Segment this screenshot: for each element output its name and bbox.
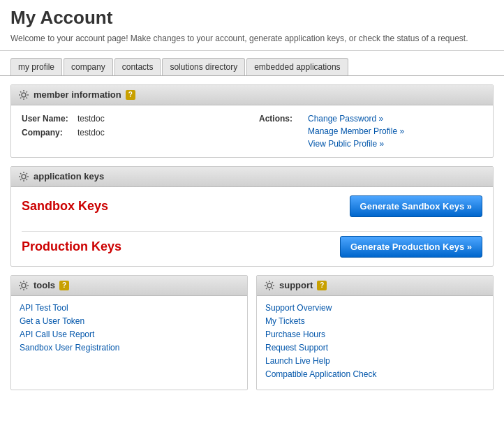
action-link-view-public-profile[interactable]: View Public Profile » — [308, 139, 404, 149]
username-row: User Name: testdoc — [22, 114, 245, 124]
tab-my-profile[interactable]: my profile — [10, 58, 62, 75]
app-keys-gear-icon — [18, 171, 29, 182]
member-info-title: member information — [34, 89, 121, 100]
support-link-support-overview[interactable]: Support Overview — [265, 303, 484, 313]
support-title: support — [279, 280, 313, 290]
member-info-body: User Name: testdoc Company: testdoc Acti… — [11, 105, 493, 157]
svg-point-1 — [22, 175, 26, 179]
username-value: testdoc — [77, 114, 105, 124]
member-info-help-icon[interactable]: ? — [126, 90, 135, 100]
sandbox-key-row: Sandbox Keys Generate Sandbox Keys » — [22, 195, 482, 224]
actions-links: Change Password »Manage Member Profile »… — [308, 114, 404, 149]
tools-body: API Test ToolGet a User TokenAPI Call Us… — [11, 296, 247, 363]
tools-link-sandbox-user-reg[interactable]: Sandbox User Registration — [20, 343, 239, 353]
tab-embedded-applications[interactable]: embedded applications — [246, 58, 348, 75]
member-info-section: member information ? User Name: testdoc … — [10, 84, 494, 158]
tabs-bar: my profilecompanycontactssolutions direc… — [0, 51, 504, 76]
support-link-compatible-app-check[interactable]: Compatible Application Check — [265, 369, 484, 379]
support-link-my-tickets[interactable]: My Tickets — [265, 316, 484, 326]
member-fields: User Name: testdoc Company: testdoc — [22, 114, 245, 149]
support-body: Support OverviewMy TicketsPurchase Hours… — [257, 296, 493, 390]
page-header: My Account Welcome to your account page!… — [0, 0, 504, 51]
key-divider — [22, 231, 482, 232]
gear-icon — [18, 89, 29, 101]
member-info-header: member information ? — [11, 85, 493, 105]
tools-header: tools ? — [11, 276, 247, 296]
support-link-launch-live-help[interactable]: Launch Live Help — [265, 356, 484, 366]
tab-company[interactable]: company — [64, 58, 113, 75]
tab-solutions-directory[interactable]: solutions directory — [162, 58, 245, 75]
production-key-title: Production Keys — [22, 239, 121, 254]
actions-label: Actions: — [259, 114, 301, 149]
support-section: support ? Support OverviewMy TicketsPurc… — [256, 275, 494, 390]
tabs-list: my profilecompanycontactssolutions direc… — [10, 58, 494, 75]
application-keys-header: application keys — [11, 167, 493, 187]
support-link-request-support[interactable]: Request Support — [265, 343, 484, 353]
tools-help-icon[interactable]: ? — [59, 281, 69, 290]
content-area: member information ? User Name: testdoc … — [0, 76, 504, 399]
support-header: support ? — [257, 276, 493, 296]
tab-contacts[interactable]: contacts — [114, 58, 161, 75]
tools-title: tools — [34, 280, 55, 290]
company-row: Company: testdoc — [22, 128, 245, 138]
page-subtitle: Welcome to your account page! Make chang… — [10, 33, 494, 45]
application-keys-section: application keys Sandbox Keys Generate S… — [10, 166, 494, 267]
support-link-purchase-hours[interactable]: Purchase Hours — [265, 330, 484, 339]
generate-production-btn[interactable]: Generate Production Keys » — [340, 236, 482, 258]
support-help-icon[interactable]: ? — [317, 281, 327, 290]
support-gear-icon — [264, 280, 275, 291]
member-actions: Actions: Change Password »Manage Member … — [259, 114, 482, 149]
tools-link-get-user-token[interactable]: Get a User Token — [20, 316, 239, 326]
username-label: User Name: — [22, 114, 77, 124]
company-value: testdoc — [77, 128, 105, 138]
generate-sandbox-btn[interactable]: Generate Sandbox Keys » — [350, 195, 482, 217]
page-title: My Account — [10, 7, 494, 29]
app-keys-title: application keys — [34, 171, 104, 182]
action-link-change-password[interactable]: Change Password » — [308, 114, 404, 124]
svg-point-0 — [22, 93, 26, 97]
svg-point-3 — [267, 283, 272, 288]
tools-link-api-call-report[interactable]: API Call Use Report — [20, 330, 239, 339]
company-label: Company: — [22, 128, 77, 138]
tools-link-api-test-tool[interactable]: API Test Tool — [20, 303, 239, 313]
svg-point-2 — [22, 283, 26, 288]
sandbox-key-title: Sandbox Keys — [22, 199, 108, 214]
two-col-section: tools ? API Test ToolGet a User TokenAPI… — [10, 275, 494, 390]
production-key-row: Production Keys Generate Production Keys… — [22, 236, 482, 258]
action-link-manage-profile[interactable]: Manage Member Profile » — [308, 126, 404, 136]
app-keys-body: Sandbox Keys Generate Sandbox Keys » Pro… — [11, 187, 493, 266]
tools-gear-icon — [18, 280, 29, 291]
tools-section: tools ? API Test ToolGet a User TokenAPI… — [10, 275, 248, 390]
